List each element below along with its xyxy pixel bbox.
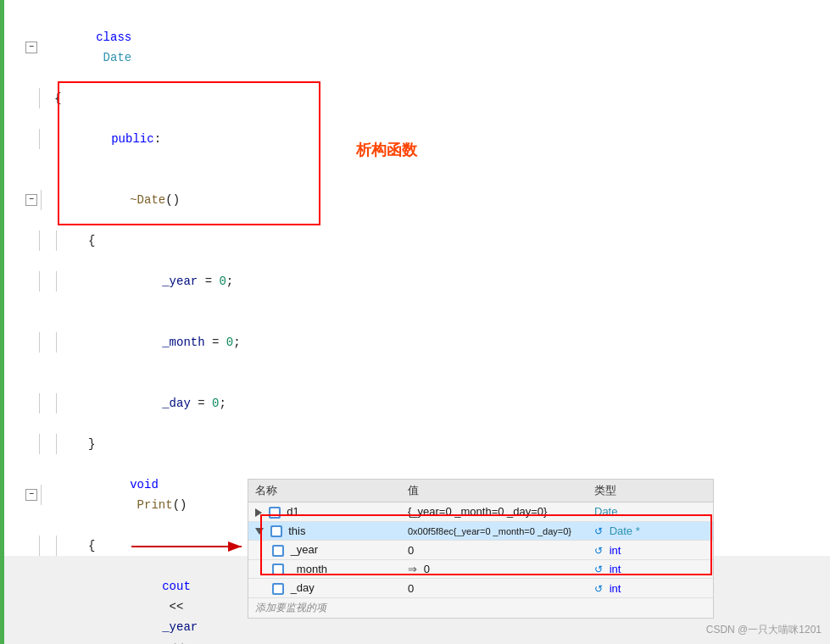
code-line-1: − class Date [4,7,830,88]
debug-panel: 名称 值 类型 d1 {_year=0 _month=0 _day=0} Dat… [248,479,714,619]
debug-row-day: _day 0 ↺ int [248,579,713,598]
add-watch-text[interactable]: 添加要监视的项 [248,598,713,618]
pin-icon: ⇒ [408,563,417,575]
debug-row-d1: d1 {_year=0 _month=0 _day=0} Date [248,502,713,522]
col-header-value: 值 [401,480,588,502]
code-editor: − class Date { public: − [0,0,830,644]
expand-right-icon[interactable] [255,508,262,517]
debug-row-this: this 0x00f5f8ec{_year=0 _month=0 _day=0}… [248,521,713,541]
code-line-4: − ~Date() [4,169,830,230]
col-header-type: 类型 [588,480,713,502]
code-line-6: _year = 0; [4,251,830,312]
collapse-btn-4[interactable]: − [25,194,37,206]
left-bar [0,0,4,644]
collapse-btn-1[interactable]: − [25,42,37,53]
refresh-icon[interactable]: ↺ [594,583,606,595]
refresh-icon[interactable]: ↺ [594,525,606,537]
code-line-3: public: [4,108,830,169]
refresh-icon[interactable]: ↺ [594,545,606,557]
code-line-2: { [4,88,830,108]
watermark: CSDN @一只大喵咪1201 [706,623,822,637]
code-line-7: _month = 0; [4,312,830,373]
col-header-name: 名称 [248,480,401,502]
debug-row-year: _year 0 ↺ int [248,541,713,560]
destructor-annotation: 析构函数 [356,140,417,160]
expand-down-icon[interactable] [255,528,264,535]
var-icon [270,525,282,537]
var-icon [272,545,284,557]
refresh-icon[interactable]: ↺ [594,564,606,575]
debug-row-month: _month ⇒ 0 ↺ int [248,559,713,579]
code-line-8: _day = 0; [4,373,830,434]
collapse-btn-10[interactable]: − [25,489,37,501]
var-icon [272,583,284,595]
var-icon [272,564,284,575]
code-line-5: { [4,230,830,251]
code-line-9: } [4,434,830,454]
var-icon [269,507,281,519]
arrow-annotation [123,530,250,564]
